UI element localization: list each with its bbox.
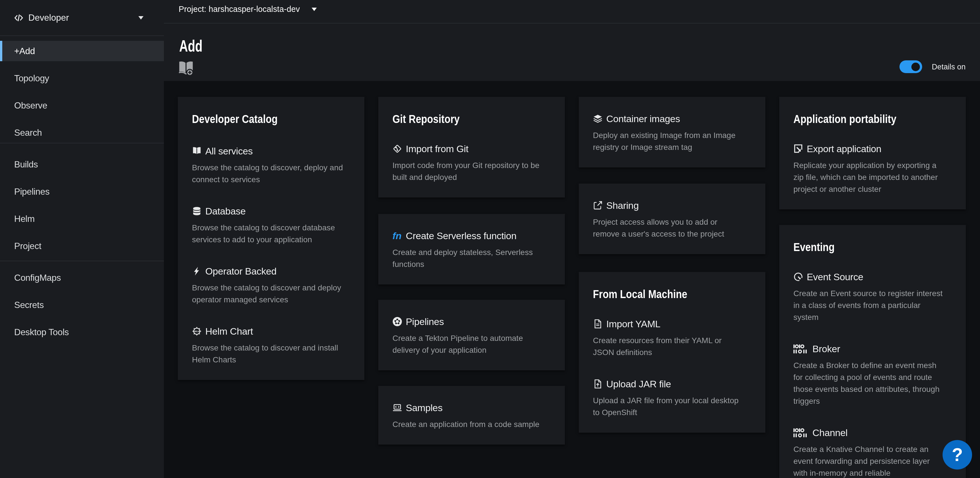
svg-text:HELM: HELM (194, 330, 200, 333)
